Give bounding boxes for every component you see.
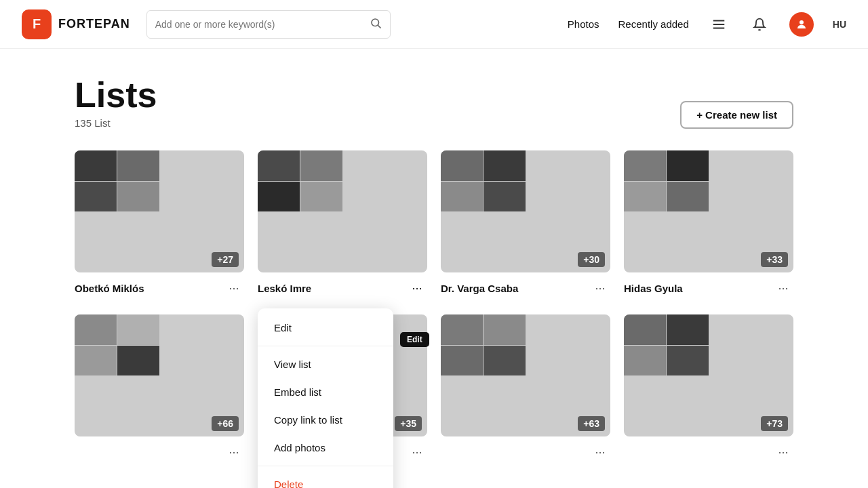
- card-menu-button[interactable]: ···: [590, 278, 610, 298]
- card-count-overlay: +66: [212, 416, 239, 431]
- list-card: +27 Obetkó Miklós ···: [75, 150, 244, 298]
- card-name: Leskó Imre: [258, 283, 311, 294]
- list-card: +66 ···: [75, 314, 244, 462]
- nav-photos[interactable]: Photos: [568, 18, 599, 30]
- nav-recently-added[interactable]: Recently added: [618, 18, 689, 30]
- context-menu-overlay: Edit View list Embed list Copy link to l…: [258, 308, 393, 488]
- card-name: Hidas Gyula: [624, 283, 683, 294]
- logo-icon: F: [22, 9, 52, 39]
- search-input[interactable]: [155, 19, 364, 30]
- menu-copy-link[interactable]: Copy link to list: [258, 406, 393, 434]
- main-content: Lists 135 List + Create new list +27 Obe: [0, 49, 868, 462]
- header-nav: Photos Recently added HU: [568, 12, 846, 37]
- card-count-overlay: +27: [212, 252, 239, 267]
- card-count-overlay: +73: [761, 416, 788, 431]
- card-menu-button[interactable]: ···: [224, 278, 244, 298]
- card-menu-button-active[interactable]: ···: [407, 278, 427, 298]
- card-images[interactable]: +63: [441, 314, 610, 436]
- card-count-overlay: +35: [395, 416, 422, 431]
- svg-point-0: [372, 19, 379, 26]
- card-images[interactable]: +66: [75, 314, 244, 436]
- lists-grid: +27 Obetkó Miklós ··· Leskó Imre ···: [75, 150, 793, 462]
- logo-text: FORTEPAN: [58, 17, 130, 31]
- list-card: +30 Dr. Varga Csaba ···: [441, 150, 610, 298]
- card-footer: Hidas Gyula ···: [624, 278, 793, 298]
- page-title-area: Lists 135 List: [75, 76, 157, 129]
- lang-button[interactable]: HU: [833, 19, 846, 30]
- svg-point-5: [800, 20, 804, 24]
- edit-tooltip: Edit: [400, 332, 429, 347]
- card-menu-button[interactable]: ···: [773, 442, 793, 462]
- search-button[interactable]: [370, 17, 382, 32]
- card-count-overlay: +63: [578, 416, 605, 431]
- page-title: Lists: [75, 76, 157, 115]
- card-name: Dr. Varga Csaba: [441, 283, 518, 294]
- header: F FORTEPAN Photos Recently added: [0, 0, 868, 49]
- card-images[interactable]: +33: [624, 150, 793, 272]
- menu-view-list[interactable]: View list: [258, 350, 393, 378]
- menu-add-photos[interactable]: Add photos: [258, 434, 393, 462]
- context-menu: Edit View list Embed list Copy link to l…: [258, 308, 393, 488]
- card-images[interactable]: +30: [441, 150, 610, 272]
- notification-icon[interactable]: [749, 14, 770, 35]
- list-count: 135 List: [75, 117, 157, 129]
- menu-divider-2: [258, 466, 393, 466]
- menu-edit[interactable]: Edit: [258, 314, 393, 342]
- create-list-button[interactable]: + Create new list: [680, 101, 793, 129]
- card-menu-button[interactable]: ···: [224, 442, 244, 462]
- card-menu-button[interactable]: ···: [407, 442, 427, 462]
- card-footer: Obetkó Miklós ···: [75, 278, 244, 298]
- list-card: +33 Hidas Gyula ···: [624, 150, 793, 298]
- card-images[interactable]: +73: [624, 314, 793, 436]
- search-bar[interactable]: [146, 10, 391, 39]
- card-footer: ···: [75, 442, 244, 462]
- page-header: Lists 135 List + Create new list: [75, 76, 793, 129]
- list-card: +73 ···: [624, 314, 793, 462]
- menu-embed-list[interactable]: Embed list: [258, 378, 393, 406]
- list-card: +63 ···: [441, 314, 610, 462]
- card-footer: ···: [624, 442, 793, 462]
- card-footer: Leskó Imre ···: [258, 278, 427, 298]
- card-footer: Dr. Varga Csaba ···: [441, 278, 610, 298]
- menu-divider: [258, 346, 393, 346]
- menu-delete[interactable]: Delete: [258, 470, 393, 488]
- card-images[interactable]: [258, 150, 427, 272]
- card-footer: ···: [441, 442, 610, 462]
- card-menu-button[interactable]: ···: [773, 278, 793, 298]
- card-menu-button[interactable]: ···: [590, 442, 610, 462]
- avatar[interactable]: [789, 12, 814, 37]
- list-card-active: Leskó Imre ···: [258, 150, 427, 298]
- card-images[interactable]: +27: [75, 150, 244, 272]
- svg-line-1: [378, 25, 380, 28]
- card-name: Obetkó Miklós: [75, 283, 144, 294]
- card-count-overlay: +33: [761, 252, 788, 267]
- card-count-overlay: +30: [578, 252, 605, 267]
- menu-icon[interactable]: [708, 14, 730, 35]
- logo-area[interactable]: F FORTEPAN: [22, 9, 130, 39]
